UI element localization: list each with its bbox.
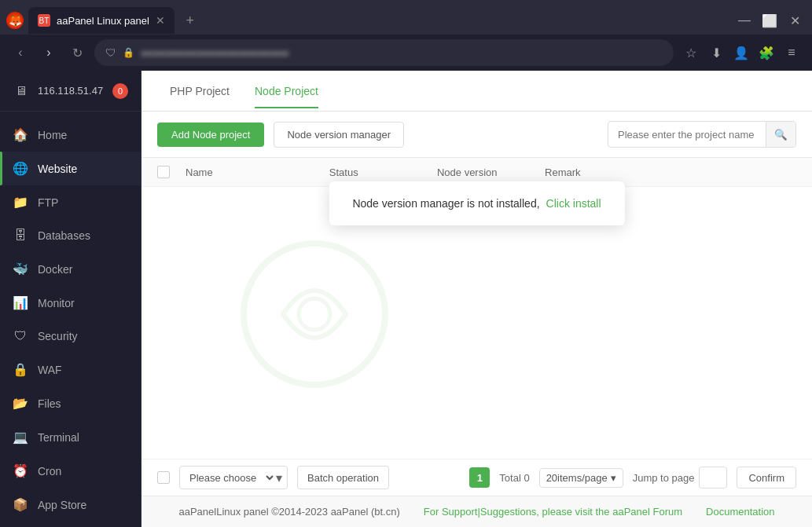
tab-node-project[interactable]: Node Project <box>242 74 331 108</box>
sidebar-item-website[interactable]: 🌐 Website <box>0 152 141 185</box>
sidebar-item-files[interactable]: 📂 Files <box>0 386 141 420</box>
sidebar-label-databases: Databases <box>38 229 90 242</box>
page-tabs: PHP Project Node Project <box>141 71 812 112</box>
appstore-icon: 📦 <box>13 497 28 512</box>
extension-button[interactable]: 🧩 <box>755 42 777 64</box>
header-checkbox[interactable] <box>157 166 170 178</box>
pagination-select-checkbox[interactable] <box>157 471 170 484</box>
tab-php-project[interactable]: PHP Project <box>157 74 242 108</box>
files-icon: 📂 <box>13 396 28 411</box>
security-icon: 🛡 <box>13 329 28 343</box>
maximize-button[interactable]: ⬜ <box>759 9 781 31</box>
sidebar-item-ftp[interactable]: 📁 FTP <box>0 185 141 219</box>
notification-text: Node version manager is not installed, <box>352 197 539 210</box>
new-tab-button[interactable]: + <box>179 9 201 31</box>
click-install-link[interactable]: Click install <box>546 197 601 210</box>
sidebar: 🖥 116.118.51.47 0 🏠 Home 🌐 Website 📁 FTP… <box>0 71 141 527</box>
sidebar-label-security: Security <box>38 330 78 342</box>
col-header-status: Status <box>329 167 437 178</box>
address-text: ●●●●●●●●●●●●●●●●●●●●●●●● <box>141 47 663 59</box>
sidebar-nav: 🏠 Home 🌐 Website 📁 FTP 🗄 Databases 🐳 Doc… <box>0 112 141 527</box>
back-button[interactable]: ‹ <box>9 42 31 64</box>
footer-copyright: aaPanelLinux panel ©2014-2023 aaPanel (b… <box>178 506 399 518</box>
svg-point-1 <box>299 298 330 330</box>
sidebar-item-home[interactable]: 🏠 Home <box>0 118 141 152</box>
profile-button[interactable]: 👤 <box>730 42 752 64</box>
tab-favicon: BT <box>38 14 50 27</box>
node-version-manager-button[interactable]: Node version manager <box>274 122 404 148</box>
sidebar-label-cron: Cron <box>38 465 61 478</box>
col-header-remark: Remark <box>545 167 652 178</box>
notification-overlay: Node version manager is not installed, C… <box>329 181 624 225</box>
chevron-down-icon: ▾ <box>611 472 616 484</box>
server-ip: 116.118.51.47 <box>38 85 105 97</box>
menu-button[interactable]: ≡ <box>781 42 803 64</box>
download-button[interactable]: ⬇ <box>705 42 727 64</box>
add-node-project-button[interactable]: Add Node project <box>157 123 264 147</box>
search-box: 🔍 <box>608 121 796 148</box>
sidebar-item-cron[interactable]: ⏰ Cron <box>0 454 141 488</box>
home-icon: 🏠 <box>13 127 28 142</box>
batch-action-select[interactable]: Please choose ▾ <box>179 466 288 489</box>
search-button[interactable]: 🔍 <box>766 121 795 148</box>
pagination-checkbox <box>157 471 170 484</box>
page-footer: aaPanelLinux panel ©2014-2023 aaPanel (b… <box>141 496 812 527</box>
sidebar-item-waf[interactable]: 🔒 WAF <box>0 353 141 386</box>
pagination: Please choose ▾ Batch operation 1 Total … <box>141 459 812 496</box>
browser-icon <box>6 12 24 29</box>
footer-support-link[interactable]: For Support|Suggestions, please visit th… <box>424 506 682 518</box>
toolbar: Add Node project Node version manager 🔍 <box>141 112 812 158</box>
monitor-nav-icon: 📊 <box>13 295 28 310</box>
window-controls: — ⬜ ✕ <box>733 9 806 31</box>
batch-operation-button[interactable]: Batch operation <box>297 466 389 489</box>
terminal-icon: 💻 <box>13 430 28 445</box>
tab-bar: BT aaPanel Linux panel ✕ + — ⬜ ✕ <box>0 0 812 35</box>
chevron-down-icon: ▾ <box>276 470 287 485</box>
sidebar-label-ftp: FTP <box>38 196 58 209</box>
jump-label: Jump to page <box>633 472 695 484</box>
footer-doc-link[interactable]: Documentation <box>706 506 774 518</box>
sidebar-item-databases[interactable]: 🗄 Databases <box>0 219 141 252</box>
ftp-icon: 📁 <box>13 195 28 210</box>
search-input[interactable] <box>608 124 766 145</box>
browser-tab[interactable]: BT aaPanel Linux panel ✕ <box>28 7 175 34</box>
content-area: PHP Project Node Project Add Node projec… <box>141 71 812 527</box>
sidebar-item-docker[interactable]: 🐳 Docker <box>0 252 141 286</box>
jump-to-page: Jump to page 1 <box>633 467 728 489</box>
sidebar-label-website: Website <box>38 163 77 175</box>
sidebar-item-security[interactable]: 🛡 Security <box>0 320 141 353</box>
sidebar-label-docker: Docker <box>38 263 72 276</box>
jump-page-input[interactable]: 1 <box>699 467 727 489</box>
monitor-icon: 🖥 <box>13 82 30 100</box>
total-count: Total 0 <box>499 472 529 484</box>
nav-tools: ☆ ⬇ 👤 🧩 ≡ <box>680 42 803 64</box>
sidebar-item-appstore[interactable]: 📦 App Store <box>0 488 141 522</box>
notification-badge: 0 <box>112 83 128 99</box>
sidebar-item-terminal[interactable]: 💻 Terminal <box>0 420 141 454</box>
col-header-node: Node version <box>437 167 545 178</box>
sidebar-header: 🖥 116.118.51.47 0 <box>0 71 141 112</box>
sidebar-label-terminal: Terminal <box>38 431 79 444</box>
bookmark-button[interactable]: ☆ <box>680 42 702 64</box>
waf-icon: 🔒 <box>13 362 28 377</box>
sidebar-label-files: Files <box>38 397 61 410</box>
forward-button[interactable]: › <box>38 42 60 64</box>
docker-icon: 🐳 <box>13 262 28 276</box>
sidebar-item-monitor[interactable]: 📊 Monitor <box>0 286 141 320</box>
main-layout: 🖥 116.118.51.47 0 🏠 Home 🌐 Website 📁 FTP… <box>0 71 812 527</box>
close-button[interactable]: ✕ <box>784 9 806 31</box>
website-icon: 🌐 <box>13 161 28 176</box>
table-area: Name Status Node version Remark Node ver… <box>141 158 812 459</box>
minimize-button[interactable]: — <box>733 9 755 31</box>
confirm-button[interactable]: Confirm <box>737 467 796 489</box>
lock-icon: 🔒 <box>123 47 134 58</box>
refresh-button[interactable]: ↻ <box>66 42 88 64</box>
page-number: 1 <box>469 467 490 488</box>
tab-close-button[interactable]: ✕ <box>156 15 165 26</box>
batch-action-dropdown[interactable]: Please choose <box>180 468 276 488</box>
sidebar-label-monitor: Monitor <box>38 297 75 309</box>
address-bar[interactable]: 🛡 🔒 ●●●●●●●●●●●●●●●●●●●●●●●● <box>94 39 674 66</box>
watermark <box>236 236 393 396</box>
notification-box: Node version manager is not installed, C… <box>329 181 624 225</box>
items-per-page[interactable]: 20items/page ▾ <box>539 468 623 488</box>
